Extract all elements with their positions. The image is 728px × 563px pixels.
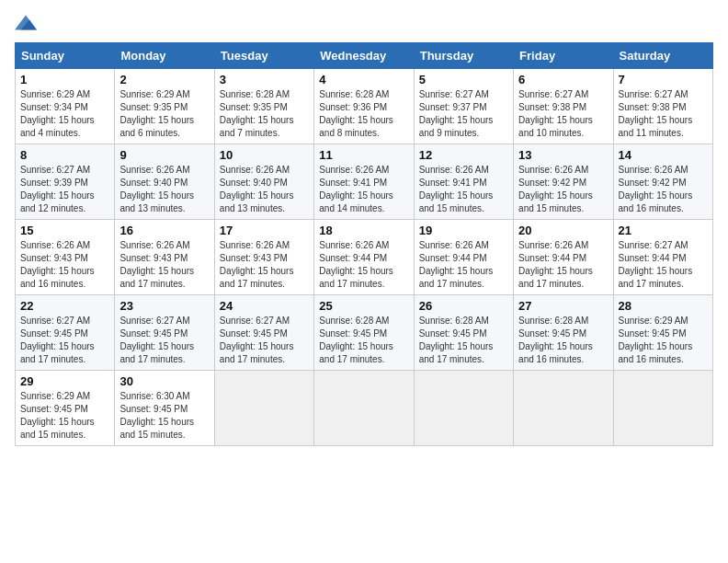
day-number: 16 (119, 224, 209, 237)
day-number: 26 (419, 299, 508, 313)
day-number: 20 (518, 224, 608, 237)
calendar-header-row: SundayMondayTuesdayWednesdayThursdayFrid… (16, 43, 713, 69)
calendar-cell: 16Sunrise: 6:26 AMSunset: 9:43 PMDayligh… (115, 220, 214, 295)
calendar-cell: 28Sunrise: 6:29 AMSunset: 9:45 PMDayligh… (613, 295, 712, 371)
day-number: 27 (518, 299, 608, 313)
day-info: Sunrise: 6:26 AMSunset: 9:43 PMDaylight:… (119, 239, 209, 291)
day-header-sunday: Sunday (16, 43, 115, 69)
day-info: Sunrise: 6:28 AMSunset: 9:45 PMDaylight:… (319, 315, 408, 366)
calendar-week-row: 8Sunrise: 6:27 AMSunset: 9:39 PMDaylight… (16, 144, 713, 220)
calendar-cell: 10Sunrise: 6:26 AMSunset: 9:40 PMDayligh… (214, 144, 313, 220)
day-number: 23 (119, 299, 209, 313)
day-info: Sunrise: 6:26 AMSunset: 9:41 PMDaylight:… (419, 164, 508, 215)
logo (15, 15, 44, 33)
logo-container (15, 15, 44, 33)
day-info: Sunrise: 6:26 AMSunset: 9:43 PMDaylight:… (20, 239, 109, 291)
calendar-cell: 20Sunrise: 6:26 AMSunset: 9:44 PMDayligh… (514, 220, 613, 295)
calendar-cell (514, 371, 613, 446)
day-number: 19 (419, 224, 508, 237)
day-info: Sunrise: 6:28 AMSunset: 9:45 PMDaylight:… (518, 315, 608, 366)
day-number: 18 (319, 224, 408, 237)
calendar-cell (613, 371, 712, 446)
day-info: Sunrise: 6:27 AMSunset: 9:38 PMDaylight:… (518, 88, 608, 140)
day-info: Sunrise: 6:26 AMSunset: 9:44 PMDaylight:… (419, 239, 508, 291)
calendar-cell: 21Sunrise: 6:27 AMSunset: 9:44 PMDayligh… (613, 220, 712, 295)
header (15, 15, 713, 33)
calendar-week-row: 1Sunrise: 6:29 AMSunset: 9:34 PMDaylight… (16, 69, 713, 144)
day-info: Sunrise: 6:29 AMSunset: 9:34 PMDaylight:… (20, 88, 109, 140)
day-number: 22 (20, 299, 109, 313)
day-info: Sunrise: 6:26 AMSunset: 9:43 PMDaylight:… (220, 239, 309, 291)
day-number: 12 (419, 148, 508, 162)
logo-icon (15, 15, 37, 33)
calendar-cell: 27Sunrise: 6:28 AMSunset: 9:45 PMDayligh… (514, 295, 613, 371)
calendar-cell: 30Sunrise: 6:30 AMSunset: 9:45 PMDayligh… (115, 371, 214, 446)
calendar-cell: 6Sunrise: 6:27 AMSunset: 9:38 PMDaylight… (514, 69, 613, 144)
calendar-cell: 4Sunrise: 6:28 AMSunset: 9:36 PMDaylight… (314, 69, 414, 144)
calendar-week-row: 29Sunrise: 6:29 AMSunset: 9:45 PMDayligh… (16, 371, 713, 446)
day-number: 30 (119, 374, 209, 388)
day-info: Sunrise: 6:26 AMSunset: 9:44 PMDaylight:… (319, 239, 408, 291)
calendar-cell: 11Sunrise: 6:26 AMSunset: 9:41 PMDayligh… (314, 144, 414, 220)
day-info: Sunrise: 6:26 AMSunset: 9:42 PMDaylight:… (518, 164, 608, 215)
day-number: 25 (319, 299, 408, 313)
day-number: 21 (619, 224, 708, 237)
day-number: 4 (319, 73, 408, 86)
calendar-table: SundayMondayTuesdayWednesdayThursdayFrid… (15, 42, 713, 446)
day-number: 2 (119, 73, 209, 86)
calendar-cell: 26Sunrise: 6:28 AMSunset: 9:45 PMDayligh… (414, 295, 513, 371)
calendar-cell: 12Sunrise: 6:26 AMSunset: 9:41 PMDayligh… (414, 144, 513, 220)
day-number: 8 (20, 148, 109, 162)
calendar-cell: 24Sunrise: 6:27 AMSunset: 9:45 PMDayligh… (214, 295, 313, 371)
day-number: 1 (20, 73, 109, 86)
calendar-cell (214, 371, 313, 446)
day-number: 5 (419, 73, 508, 86)
calendar-cell: 23Sunrise: 6:27 AMSunset: 9:45 PMDayligh… (115, 295, 214, 371)
day-info: Sunrise: 6:27 AMSunset: 9:45 PMDaylight:… (220, 315, 309, 366)
day-info: Sunrise: 6:27 AMSunset: 9:37 PMDaylight:… (419, 88, 508, 140)
day-info: Sunrise: 6:29 AMSunset: 9:35 PMDaylight:… (119, 88, 209, 140)
calendar-cell: 19Sunrise: 6:26 AMSunset: 9:44 PMDayligh… (414, 220, 513, 295)
day-info: Sunrise: 6:27 AMSunset: 9:38 PMDaylight:… (619, 88, 708, 140)
calendar-cell: 29Sunrise: 6:29 AMSunset: 9:45 PMDayligh… (16, 371, 115, 446)
calendar-cell: 14Sunrise: 6:26 AMSunset: 9:42 PMDayligh… (613, 144, 712, 220)
day-number: 10 (220, 148, 309, 162)
day-info: Sunrise: 6:28 AMSunset: 9:36 PMDaylight:… (319, 88, 408, 140)
day-header-tuesday: Tuesday (214, 43, 313, 69)
calendar-cell: 1Sunrise: 6:29 AMSunset: 9:34 PMDaylight… (16, 69, 115, 144)
day-header-wednesday: Wednesday (314, 43, 414, 69)
day-number: 9 (119, 148, 209, 162)
calendar-cell: 17Sunrise: 6:26 AMSunset: 9:43 PMDayligh… (214, 220, 313, 295)
day-header-saturday: Saturday (613, 43, 712, 69)
day-number: 29 (20, 374, 109, 388)
day-info: Sunrise: 6:27 AMSunset: 9:39 PMDaylight:… (20, 164, 109, 215)
day-number: 15 (20, 224, 109, 237)
day-info: Sunrise: 6:26 AMSunset: 9:41 PMDaylight:… (319, 164, 408, 215)
day-info: Sunrise: 6:30 AMSunset: 9:45 PMDaylight:… (119, 390, 209, 442)
calendar-cell: 15Sunrise: 6:26 AMSunset: 9:43 PMDayligh… (16, 220, 115, 295)
day-info: Sunrise: 6:29 AMSunset: 9:45 PMDaylight:… (619, 315, 708, 366)
day-info: Sunrise: 6:27 AMSunset: 9:44 PMDaylight:… (619, 239, 708, 291)
day-header-thursday: Thursday (414, 43, 513, 69)
day-number: 28 (619, 299, 708, 313)
day-info: Sunrise: 6:27 AMSunset: 9:45 PMDaylight:… (20, 315, 109, 366)
calendar-cell: 2Sunrise: 6:29 AMSunset: 9:35 PMDaylight… (115, 69, 214, 144)
calendar-cell: 9Sunrise: 6:26 AMSunset: 9:40 PMDaylight… (115, 144, 214, 220)
calendar-week-row: 22Sunrise: 6:27 AMSunset: 9:45 PMDayligh… (16, 295, 713, 371)
calendar-cell: 25Sunrise: 6:28 AMSunset: 9:45 PMDayligh… (314, 295, 414, 371)
calendar-cell (414, 371, 513, 446)
calendar-cell: 22Sunrise: 6:27 AMSunset: 9:45 PMDayligh… (16, 295, 115, 371)
day-number: 6 (518, 73, 608, 86)
day-number: 11 (319, 148, 408, 162)
calendar-cell: 8Sunrise: 6:27 AMSunset: 9:39 PMDaylight… (16, 144, 115, 220)
day-number: 17 (220, 224, 309, 237)
day-number: 13 (518, 148, 608, 162)
day-number: 3 (220, 73, 309, 86)
day-info: Sunrise: 6:26 AMSunset: 9:44 PMDaylight:… (518, 239, 608, 291)
calendar-week-row: 15Sunrise: 6:26 AMSunset: 9:43 PMDayligh… (16, 220, 713, 295)
day-info: Sunrise: 6:26 AMSunset: 9:40 PMDaylight:… (119, 164, 209, 215)
day-info: Sunrise: 6:28 AMSunset: 9:35 PMDaylight:… (220, 88, 309, 140)
calendar-cell: 3Sunrise: 6:28 AMSunset: 9:35 PMDaylight… (214, 69, 313, 144)
day-header-monday: Monday (115, 43, 214, 69)
day-header-friday: Friday (514, 43, 613, 69)
